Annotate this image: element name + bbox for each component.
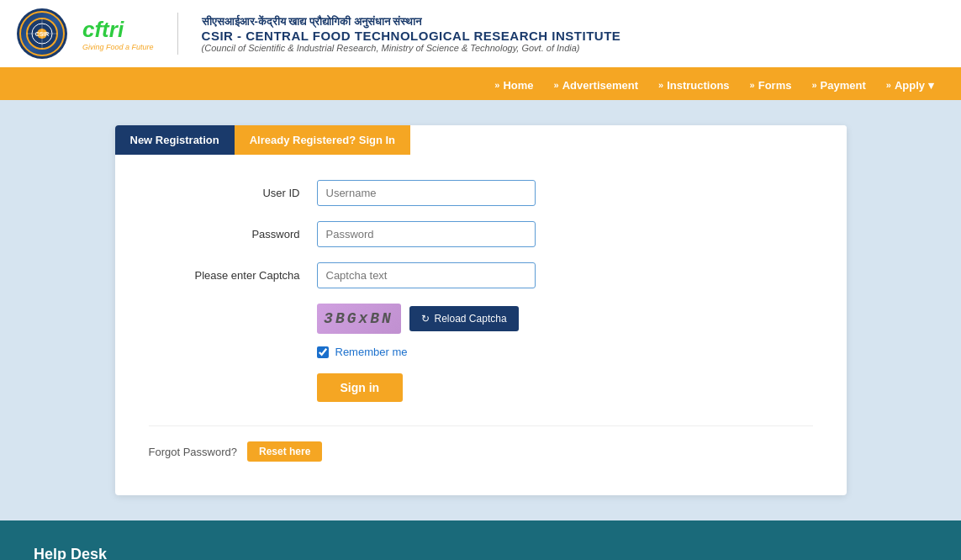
nav-advertisement[interactable]: »Advertisement [544,79,648,92]
remember-me-label: Remember me [335,346,408,358]
tab-new-registration[interactable]: New Registration [115,125,235,155]
logo-circle: CSIR [17,8,67,59]
nav-arrow: » [658,80,663,90]
help-desk-title: Help Desk [34,546,927,560]
english-title: CSIR - CENTRAL FOOD TECHNOLOGICAL RESEAR… [202,29,621,43]
english-subtitle: (Council of Scientific & Industrial Rese… [202,43,621,53]
logo-icon: CSIR [19,11,65,56]
userid-row: User ID [149,180,813,206]
username-input[interactable] [317,180,536,206]
form-card: New Registration Already Registered? Sig… [115,125,847,495]
nav-arrow: » [494,80,499,90]
captcha-label: Please enter Captcha [149,269,317,282]
reload-icon: ↻ [421,313,430,325]
divider [177,13,178,55]
page-header: CSIR cftri Giving Food a Future सीएसआईआर… [0,0,961,70]
footer: Help Desk 📍 Recruitment Section CSIR - C… [0,520,961,560]
password-input[interactable] [317,221,536,247]
brand-text: cftri Giving Food a Future [82,17,154,51]
brand-tagline: Giving Food a Future [82,43,154,51]
nav-payment[interactable]: »Payment [801,79,875,92]
reload-captcha-label: Reload Captcha [435,313,507,325]
captcha-image: 3BGxBN [317,304,401,334]
nav-arrow: » [554,80,559,90]
svg-text:CSIR: CSIR [35,31,50,37]
forgot-password-row: Forgot Password? Reset here [149,425,813,462]
brand-name: cftri [82,17,154,43]
captcha-display-row: 3BGxBN ↻ Reload Captcha [317,304,813,334]
navigation-bar: »Home »Advertisement »Instructions »Form… [0,70,961,100]
captcha-input[interactable] [317,262,536,288]
main-content: New Registration Already Registered? Sig… [0,100,961,520]
reset-here-button[interactable]: Reset here [247,441,322,462]
nav-arrow: » [811,80,816,90]
nav-arrow: » [750,80,755,90]
tab-already-registered[interactable]: Already Registered? Sign In [235,125,410,155]
form-body: User ID Password Please enter Captcha 3B… [115,155,847,495]
nav-forms[interactable]: »Forms [740,79,802,92]
logo-area: CSIR cftri Giving Food a Future सीएसआईआर… [17,8,620,59]
remember-me-row: Remember me [317,346,813,358]
nav-apply[interactable]: »Apply ▾ [876,79,944,92]
apply-dropdown-arrow: ▾ [928,79,934,92]
tab-bar: New Registration Already Registered? Sig… [115,125,847,155]
remember-me-checkbox[interactable] [317,346,329,358]
reload-captcha-button[interactable]: ↻ Reload Captcha [409,306,519,331]
nav-arrow: » [886,80,891,90]
signin-row: Sign in [317,373,813,402]
password-label: Password [149,228,317,240]
signin-button[interactable]: Sign in [317,373,404,402]
nav-instructions[interactable]: »Instructions [648,79,740,92]
forgot-password-label: Forgot Password? [149,446,238,458]
password-row: Password [149,221,813,247]
institute-text: सीएसआईआर-केंद्रीय खाद्य प्रौद्योगिकी अनु… [202,15,621,53]
nav-home[interactable]: »Home [484,79,543,92]
userid-label: User ID [149,187,317,199]
captcha-input-row: Please enter Captcha [149,262,813,288]
hindi-title: सीएसआईआर-केंद्रीय खाद्य प्रौद्योगिकी अनु… [202,15,621,29]
